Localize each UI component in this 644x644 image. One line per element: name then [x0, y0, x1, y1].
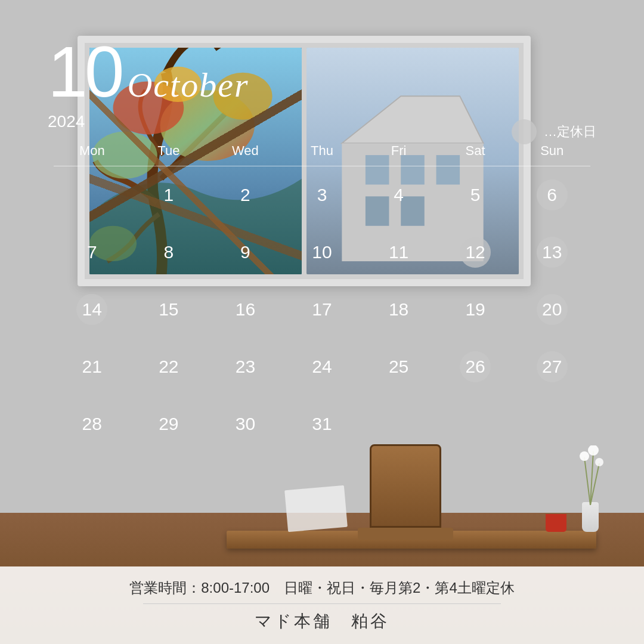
cal-cell-20: 20	[513, 281, 590, 338]
cal-cell-5: 5	[437, 166, 514, 224]
cal-cell-12: 12	[437, 224, 514, 281]
cal-cell-28: 28	[54, 395, 131, 453]
cal-date-19: 19	[460, 294, 491, 325]
cal-cell-29: 29	[131, 395, 208, 453]
cal-date-17: 17	[306, 294, 338, 325]
cal-cell-0	[54, 166, 131, 224]
day-headers-row: Mon Tue Wed Thu Fri Sat Sun	[48, 143, 596, 166]
day-header-sun: Sun	[513, 143, 590, 166]
cal-cell-25: 25	[360, 338, 437, 395]
cal-date-5: 5	[460, 179, 491, 210]
calendar-overlay: 10 October 2024 …定休日 Mon Tue Wed Thu Fri…	[0, 0, 644, 644]
cal-date-34	[537, 408, 568, 439]
cal-cell-15: 15	[131, 281, 208, 338]
cal-cell-26: 26	[437, 338, 514, 395]
cal-date-21: 21	[76, 351, 107, 382]
cal-cell-34	[513, 395, 590, 453]
cal-date-32	[383, 408, 414, 439]
cal-cell-33	[437, 395, 514, 453]
cal-date-7: 7	[76, 237, 107, 268]
cal-cell-22: 22	[131, 338, 208, 395]
cal-date-30: 30	[230, 408, 261, 439]
cal-cell-21: 21	[54, 338, 131, 395]
cal-date-12: 12	[460, 237, 491, 268]
cal-date-25: 25	[383, 351, 414, 382]
cal-date-28: 28	[76, 408, 107, 439]
cal-date-24: 24	[306, 351, 338, 382]
cal-cell-1: 1	[131, 166, 208, 224]
cal-cell-7: 7	[54, 224, 131, 281]
store-name: マド本舗 粕谷	[255, 610, 389, 633]
cal-cell-19: 19	[437, 281, 514, 338]
cal-date-4: 4	[383, 179, 414, 210]
cal-cell-16: 16	[207, 281, 284, 338]
cal-cell-27: 27	[513, 338, 590, 395]
cal-date-15: 15	[153, 294, 184, 325]
month-number: 10	[48, 36, 121, 107]
cal-cell-11: 11	[360, 224, 437, 281]
cal-date-6: 6	[537, 179, 568, 210]
day-header-tue: Tue	[131, 143, 208, 166]
cal-cell-23: 23	[207, 338, 284, 395]
cal-date-11: 11	[383, 237, 414, 268]
cal-date-31: 31	[306, 408, 338, 439]
cal-date-9: 9	[230, 237, 261, 268]
cal-cell-13: 13	[513, 224, 590, 281]
cal-cell-18: 18	[360, 281, 437, 338]
cal-date-1: 1	[153, 179, 184, 210]
cal-date-18: 18	[383, 294, 414, 325]
cal-date-23: 23	[230, 351, 261, 382]
cal-date-2: 2	[230, 179, 261, 210]
footer: 営業時間：8:00-17:00 日曜・祝日・毎月第2・第4土曜定休 マド本舗 粕…	[0, 566, 644, 644]
cal-cell-4: 4	[360, 166, 437, 224]
cal-date-13: 13	[537, 237, 568, 268]
cal-cell-8: 8	[131, 224, 208, 281]
footer-divider	[143, 603, 501, 604]
day-header-sat: Sat	[437, 143, 514, 166]
cal-date-8: 8	[153, 237, 184, 268]
calendar-header: 10 October	[48, 36, 596, 110]
legend-circle	[512, 119, 537, 144]
footer-hours: 営業時間：8:00-17:00 日曜・祝日・毎月第2・第4土曜定休	[129, 578, 514, 597]
cal-date-33	[460, 408, 491, 439]
cal-cell-32	[360, 395, 437, 453]
cal-cell-3: 3	[284, 166, 361, 224]
cal-date-26: 26	[460, 351, 491, 382]
cal-date-3: 3	[306, 179, 338, 210]
cal-cell-9: 9	[207, 224, 284, 281]
cal-date-10: 10	[306, 237, 338, 268]
cal-date-0	[76, 179, 107, 210]
cal-cell-17: 17	[284, 281, 361, 338]
calendar-grid: 1234567891011121314151617181920212223242…	[48, 166, 596, 453]
day-header-mon: Mon	[54, 143, 131, 166]
legend: …定休日	[512, 119, 596, 144]
cal-cell-6: 6	[513, 166, 590, 224]
cal-date-20: 20	[537, 294, 568, 325]
cal-date-22: 22	[153, 351, 184, 382]
cal-cell-30: 30	[207, 395, 284, 453]
day-header-thu: Thu	[284, 143, 361, 166]
cal-date-16: 16	[230, 294, 261, 325]
cal-date-29: 29	[153, 408, 184, 439]
legend-label: …定休日	[544, 123, 596, 141]
cal-cell-24: 24	[284, 338, 361, 395]
cal-cell-2: 2	[207, 166, 284, 224]
cal-date-14: 14	[76, 294, 107, 325]
cal-date-27: 27	[537, 351, 568, 382]
month-name: October	[127, 65, 249, 110]
day-header-fri: Fri	[360, 143, 437, 166]
cal-cell-10: 10	[284, 224, 361, 281]
cal-cell-14: 14	[54, 281, 131, 338]
day-header-wed: Wed	[207, 143, 284, 166]
cal-cell-31: 31	[284, 395, 361, 453]
